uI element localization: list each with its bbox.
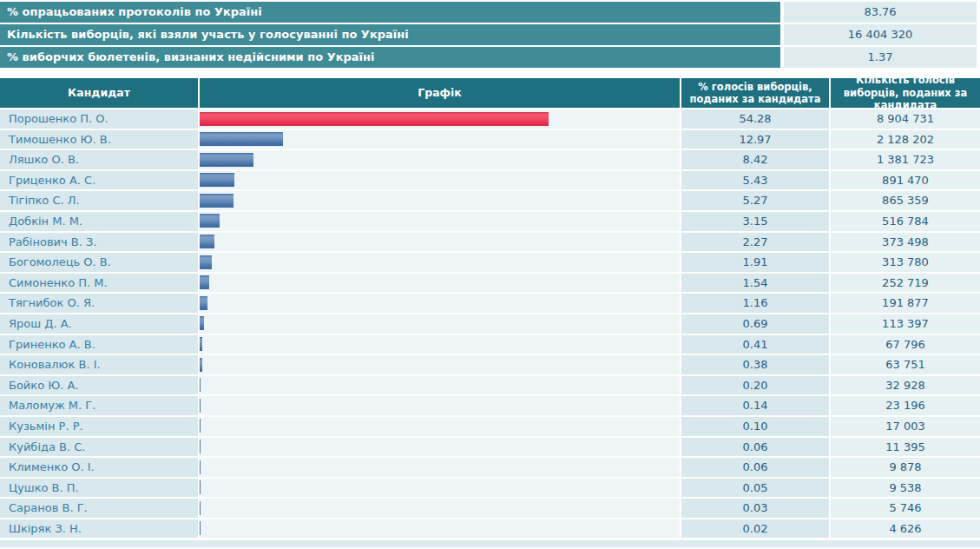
election-results-page: % опрацьованих протоколів по Україні 83.… — [0, 0, 980, 549]
candidate-name-cell: Ляшко О. В. — [0, 150, 198, 169]
table-row: Ярош Д. А. 0.69 113 397 — [0, 314, 980, 334]
votes-count-cell: 516 784 — [831, 212, 980, 231]
candidate-name-cell: Порошенко П. О. — [0, 109, 198, 129]
candidate-name-cell: Гриценко А. С. — [0, 171, 198, 190]
vote-bar — [200, 460, 201, 474]
vote-bar — [200, 255, 212, 269]
votes-count-cell: 23 196 — [831, 396, 980, 415]
table-row: Ляшко О. В. 8.42 1 381 723 — [0, 150, 980, 169]
summary-row: % виборчих бюлетенів, визнаних недійсним… — [0, 47, 980, 68]
table-row: Рабінович В. З. 2.27 373 498 — [0, 233, 980, 252]
table-row: Шкіряк З. Н. 0.02 4 626 — [0, 519, 980, 539]
graph-cell — [200, 499, 680, 518]
graph-cell — [200, 458, 680, 477]
graph-cell — [200, 171, 680, 190]
votes-count-cell: 313 780 — [831, 253, 980, 272]
graph-cell — [200, 233, 680, 252]
percent-cell: 5.27 — [681, 191, 829, 210]
candidate-name-cell: Ярош Д. А. — [0, 314, 198, 334]
graph-cell — [200, 438, 680, 457]
votes-count-cell: 4 626 — [831, 519, 980, 539]
percent-cell: 0.02 — [681, 519, 829, 539]
percent-cell: 0.06 — [681, 438, 829, 457]
table-row: Симоненко П. М. 1.54 252 719 — [0, 274, 980, 293]
summary-label: % опрацьованих протоколів по Україні — [0, 2, 780, 23]
vote-bar — [200, 378, 201, 392]
graph-cell — [200, 109, 680, 129]
table-row: Цушко В. П. 0.05 9 538 — [0, 479, 980, 498]
candidate-name-cell: Тимошенко Ю. В. — [0, 130, 198, 149]
percent-cell: 1.91 — [681, 253, 829, 272]
votes-count-cell: 11 395 — [831, 438, 980, 457]
votes-count-cell: 9 878 — [831, 458, 980, 477]
graph-cell — [200, 150, 680, 169]
candidate-name-cell: Шкіряк З. Н. — [0, 519, 198, 539]
percent-cell: 1.16 — [681, 294, 829, 313]
candidate-name-cell: Кузьмін Р. Р. — [0, 417, 198, 436]
graph-cell — [200, 479, 680, 498]
candidate-name-cell: Рабінович В. З. — [0, 233, 198, 252]
percent-cell: 5.43 — [681, 171, 829, 190]
vote-bar — [200, 337, 202, 351]
vote-bar — [200, 501, 201, 515]
vote-bar — [200, 275, 209, 289]
percent-cell: 0.14 — [681, 396, 829, 415]
percent-cell: 0.20 — [681, 376, 829, 395]
vote-bar — [200, 153, 253, 167]
summary-row: % опрацьованих протоколів по Україні 83.… — [0, 2, 980, 23]
percent-cell: 0.03 — [681, 499, 829, 518]
graph-cell — [200, 417, 680, 436]
candidate-name-cell: Клименко О. І. — [0, 458, 198, 477]
table-row: Клименко О. І. 0.06 9 878 — [0, 458, 980, 477]
votes-count-cell: 32 928 — [831, 376, 980, 395]
votes-count-cell: 67 796 — [831, 335, 980, 354]
graph-cell — [200, 274, 680, 293]
votes-count-cell: 865 359 — [831, 191, 980, 210]
summary-section: % опрацьованих протоколів по Україні 83.… — [0, 0, 980, 68]
table-row: Порошенко П. О. 54.28 8 904 731 — [0, 109, 980, 129]
percent-cell: 1.54 — [681, 274, 829, 293]
table-row: Кузьмін Р. Р. 0.10 17 003 — [0, 417, 980, 436]
candidate-name-cell: Маломуж М. Г. — [0, 396, 198, 415]
table-row: Гриненко А. В. 0.41 67 796 — [0, 335, 980, 354]
graph-cell — [200, 314, 680, 334]
percent-cell: 0.05 — [681, 479, 829, 498]
summary-label: % виборчих бюлетенів, визнаних недійсним… — [0, 47, 780, 68]
votes-count-cell: 17 003 — [831, 417, 980, 436]
percent-cell: 8.42 — [681, 150, 829, 169]
candidate-name-cell: Куйбіда В. С. — [0, 438, 198, 457]
header-count: Кількість голосів виборців, поданих за к… — [831, 78, 980, 108]
percent-cell: 2.27 — [681, 233, 829, 252]
candidate-name-cell: Бойко Ю. А. — [0, 376, 198, 395]
summary-value: 83.76 — [784, 2, 977, 23]
table-header-row: Кандидат Графік % голосів виборців, пода… — [0, 78, 980, 108]
graph-cell — [200, 191, 680, 210]
vote-bar — [200, 480, 201, 494]
candidate-name-cell: Тягнибок О. Я. — [0, 294, 198, 313]
vote-bar — [200, 399, 201, 413]
table-row: Тимошенко Ю. В. 12.97 2 128 202 — [0, 130, 980, 149]
candidate-name-cell: Тігіпко С. Л. — [0, 191, 198, 210]
votes-count-cell: 113 397 — [831, 314, 980, 334]
votes-count-cell: 891 470 — [831, 171, 980, 190]
summary-value: 16 404 320 — [784, 24, 977, 45]
table-row: Маломуж М. Г. 0.14 23 196 — [0, 396, 980, 415]
votes-count-cell: 373 498 — [831, 233, 980, 252]
vote-bar — [200, 296, 207, 310]
votes-count-cell: 9 538 — [831, 479, 980, 498]
header-percent: % голосів виборців, поданих за кандидата — [681, 78, 829, 108]
candidate-name-cell: Коновалюк В. І. — [0, 355, 198, 374]
table-row: Бойко Ю. А. 0.20 32 928 — [0, 376, 980, 395]
vote-bar — [200, 316, 204, 330]
percent-cell: 0.41 — [681, 335, 829, 354]
summary-label: Кількість виборців, які взяли участь у г… — [0, 24, 780, 45]
vote-bar — [200, 521, 201, 535]
header-graph: Графік — [200, 78, 680, 108]
vote-bar — [200, 235, 214, 248]
percent-cell: 54.28 — [681, 109, 829, 129]
vote-bar — [200, 112, 549, 126]
vote-bar — [200, 440, 201, 453]
candidate-name-cell: Саранов В. Г. — [0, 499, 198, 518]
summary-value: 1.37 — [784, 47, 977, 68]
percent-cell: 0.10 — [681, 417, 829, 436]
